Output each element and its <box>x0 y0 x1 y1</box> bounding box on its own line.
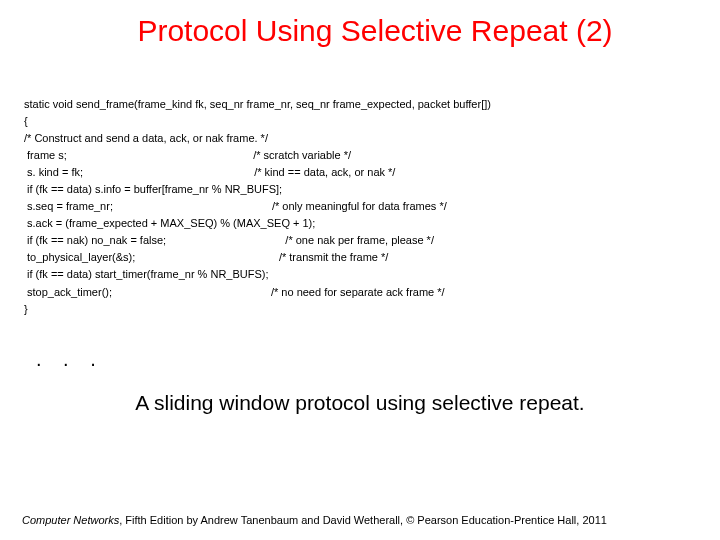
code-line: static void send_frame(frame_kind fk, se… <box>24 96 720 113</box>
code-line: { <box>24 113 720 130</box>
code-line: if (fk == data) start_timer(frame_nr % N… <box>24 266 720 283</box>
code-line: s.seq = frame_nr; /* only meaningful for… <box>24 198 720 215</box>
code-line: if (fk == data) s.info = buffer[frame_nr… <box>24 181 720 198</box>
code-line: s.ack = (frame_expected + MAX_SEQ) % (MA… <box>24 215 720 232</box>
footer-rest: , Fifth Edition by Andrew Tanenbaum and … <box>119 514 607 526</box>
code-line: } <box>24 301 720 318</box>
footer-citation: Computer Networks, Fifth Edition by Andr… <box>22 514 607 526</box>
caption: A sliding window protocol using selectiv… <box>0 391 720 415</box>
code-line: if (fk == nak) no_nak = false; /* one na… <box>24 232 720 249</box>
code-line: to_physical_layer(&s); /* transmit the f… <box>24 249 720 266</box>
ellipsis: . . . <box>36 348 720 371</box>
code-line: stop_ack_timer(); /* no need for separat… <box>24 284 720 301</box>
page-title: Protocol Using Selective Repeat (2) <box>50 14 700 48</box>
code-block: static void send_frame(frame_kind fk, se… <box>24 96 720 318</box>
code-line: /* Construct and send a data, ack, or na… <box>24 130 720 147</box>
code-line: frame s; /* scratch variable */ <box>24 147 720 164</box>
footer-book-title: Computer Networks <box>22 514 119 526</box>
code-line: s. kind = fk; /* kind == data, ack, or n… <box>24 164 720 181</box>
